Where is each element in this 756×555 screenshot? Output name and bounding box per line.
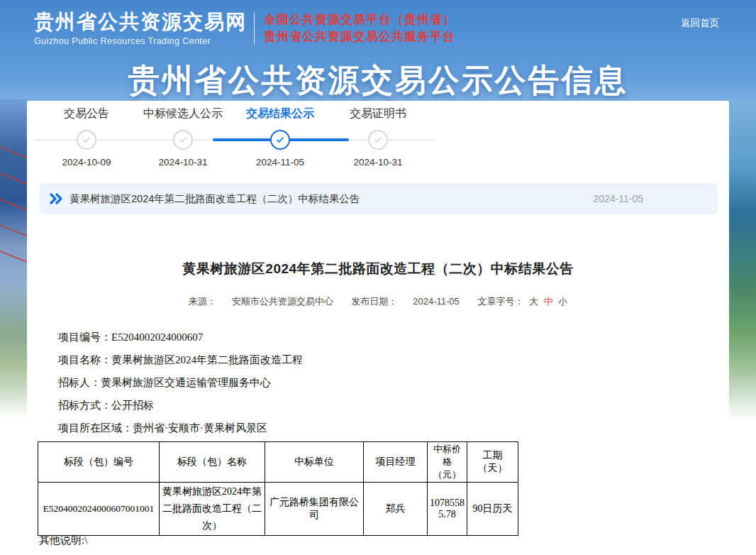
check-icon (274, 134, 286, 145)
cell-duration: 90日历天 (467, 483, 518, 536)
step-trade-announcement[interactable]: 交易公告 2024-10-09 (33, 106, 140, 167)
publish-date-value: 2024-11-05 (413, 296, 460, 307)
field-project-name: 项目名称：黄果树旅游区2024年第二批路面改造工程 (58, 352, 303, 375)
return-home-link[interactable]: 返回首页 (681, 17, 719, 30)
step-candidate-publicity[interactable]: 中标候选人公示 2024-10-31 (130, 106, 236, 167)
field-tender-method: 招标方式：公开招标 (58, 397, 303, 420)
background-photo-right (729, 99, 756, 433)
check-circle-icon (368, 130, 388, 150)
source-value: 安顺市公共资源交易中心 (232, 296, 333, 307)
col-header-bid-price: 中标价格（元） (428, 442, 467, 483)
platform-names: 全国公共资源交易平台（贵州省） 贵州省公共资源交易公共服务平台 (264, 13, 455, 45)
step-date: 2024-10-31 (325, 157, 431, 167)
header-divider (254, 12, 255, 45)
cell-section-number: E5204002024000607001001 (38, 483, 160, 536)
step-trade-result-publicity[interactable]: 交易结果公示 2024-11-05 (227, 106, 333, 167)
site-title-english: Guizhou Public Resources Trading Center (34, 36, 247, 46)
cell-section-name: 黄果树旅游区2024年第二批路面改造工程（二次） (160, 483, 265, 536)
notice-list-item[interactable]: 黄果树旅游区2024年第二批路面改造工程（二次）中标结果公告 2024-11-0… (39, 183, 718, 214)
step-date: 2024-10-31 (130, 157, 236, 167)
col-header-duration: 工期（天） (467, 442, 518, 483)
double-chevron-right-icon (49, 193, 63, 204)
col-header-project-manager: 项目经理 (364, 442, 428, 483)
field-tenderee: 招标人：黄果树旅游区交通运输管理服务中心 (58, 375, 303, 397)
content-card: 交易公告 2024-10-09 中标候选人公示 2024-10-31 交易结果公… (27, 101, 729, 555)
bid-result-table: 标段（包）编号 标段（包）名称 中标单位 项目经理 中标价格（元） 工期（天） … (38, 441, 518, 536)
page-title: 贵州省公共资源交易公示公告信息 (0, 60, 756, 101)
bridge-cables-decoration (0, 142, 27, 263)
site-title: 贵州省公共资源交易网 (34, 11, 247, 33)
cell-project-manager: 郑兵 (364, 483, 428, 536)
site-logo: 贵州省公共资源交易网 Guizhou Public Resources Trad… (34, 11, 247, 45)
check-circle-icon (270, 130, 290, 150)
cell-winning-bidder: 广元路桥集团有限公司 (265, 483, 364, 536)
field-project-number: 项目编号：E5204002024000607 (58, 329, 303, 352)
article-meta: 来源：安顺市公共资源交易中心 发布日期：2024-11-05 文章字号： 大 中… (27, 295, 729, 308)
step-date: 2024-11-05 (227, 157, 333, 167)
step-label: 交易证明书 (325, 106, 431, 121)
platform-name-national: 全国公共资源交易平台（贵州省） (264, 13, 455, 27)
step-label: 交易公告 (33, 106, 140, 121)
article-title: 黄果树旅游区2024年第二批路面改造工程（二次）中标结果公告 (27, 260, 729, 278)
check-circle-icon (77, 130, 96, 150)
platform-name-provincial: 贵州省公共资源交易公共服务平台 (264, 30, 455, 44)
step-date: 2024-10-09 (33, 157, 140, 167)
check-icon (177, 134, 189, 145)
col-header-section-number: 标段（包）编号 (38, 442, 160, 483)
notice-title: 黄果树旅游区2024年第二批路面改造工程（二次）中标结果公告 (70, 192, 360, 206)
field-project-region: 项目所在区域：贵州省·安顺市·黄果树风景区 (58, 420, 303, 443)
fontsize-medium-button[interactable]: 中 (544, 296, 553, 307)
article-body: 项目编号：E5204002024000607 项目名称：黄果树旅游区2024年第… (58, 329, 303, 443)
check-icon (372, 134, 384, 145)
step-trade-certificate[interactable]: 交易证明书 2024-10-31 (325, 106, 431, 167)
other-note: 其他说明:\ (39, 534, 87, 547)
check-icon (81, 134, 92, 145)
col-header-winning-bidder: 中标单位 (265, 442, 364, 483)
top-header: 贵州省公共资源交易网 Guizhou Public Resources Trad… (0, 0, 756, 57)
table-row: E5204002024000607001001 黄果树旅游区2024年第二批路面… (38, 483, 518, 536)
source-label: 来源： (189, 296, 216, 307)
fontsize-small-button[interactable]: 小 (558, 296, 567, 307)
publish-date-label: 发布日期： (351, 296, 397, 307)
col-header-section-name: 标段（包）名称 (160, 442, 265, 483)
fontsize-large-button[interactable]: 大 (529, 296, 538, 307)
cell-bid-price: 10785585.78 (428, 483, 467, 536)
table-header-row: 标段（包）编号 标段（包）名称 中标单位 项目经理 中标价格（元） 工期（天） (38, 442, 518, 483)
step-label: 交易结果公示 (227, 106, 333, 121)
check-circle-icon (173, 130, 193, 150)
notice-date: 2024-11-05 (593, 193, 643, 204)
step-label: 中标候选人公示 (130, 106, 236, 121)
background-photo-left (0, 99, 27, 419)
fontsize-label: 文章字号： (477, 296, 523, 307)
